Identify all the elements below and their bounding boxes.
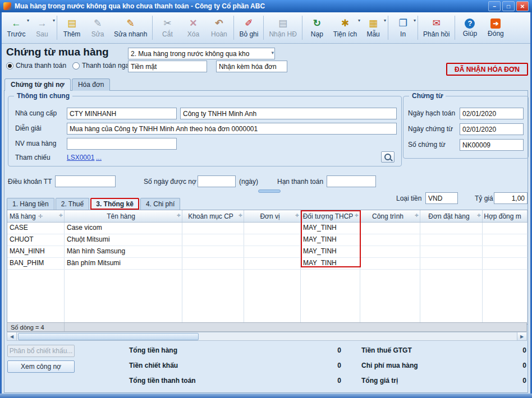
caret-down-icon[interactable] (384, 18, 386, 23)
grid-cell[interactable] (483, 223, 528, 234)
grid-cell[interactable] (244, 258, 301, 269)
grid-cell[interactable]: MAY_TINH (301, 234, 360, 246)
grid-cell[interactable] (244, 234, 301, 246)
tab-chi-phi[interactable]: 4. Chi phí (140, 198, 180, 210)
tab-hang-tien[interactable]: 1. Hàng tiền (7, 198, 54, 210)
invoice-receive-input[interactable] (216, 61, 287, 72)
close-button[interactable]: ✕ (516, 1, 529, 11)
grid-cell[interactable] (360, 258, 420, 269)
posting-date-input[interactable] (460, 108, 524, 119)
tab-thue[interactable]: 2. Thuế (56, 198, 89, 210)
grid-cell[interactable]: CASE (7, 223, 65, 234)
scrollbar-thumb[interactable] (18, 333, 199, 340)
caret-down-icon[interactable] (271, 50, 274, 55)
doc-date-input[interactable] (460, 123, 524, 135)
column-header-don-vi[interactable]: Đơn vị (244, 210, 301, 222)
grid-cell[interactable]: Bàn phím Mitsumi (65, 258, 182, 269)
grid-cell[interactable]: MAN_HINH (7, 246, 65, 257)
column-header-don-dat-hang[interactable]: Đơn đặt hàng (420, 210, 483, 222)
column-filter-icon[interactable] (239, 213, 242, 218)
grid-cell[interactable] (244, 223, 301, 234)
grid-cell[interactable] (182, 234, 244, 246)
toolbar-button-sua-nhanh[interactable]: Sửa nhanh (111, 13, 150, 42)
toolbar-button-sau[interactable]: Sau (29, 13, 55, 42)
toolbar-button-xoa[interactable]: Xóa (180, 13, 206, 42)
toolbar-button-hoan[interactable]: Hoàn (206, 13, 232, 42)
toolbar-button-mau[interactable]: Mẫu (360, 13, 386, 42)
grid-cell[interactable] (182, 246, 244, 257)
column-filter-icon[interactable] (295, 213, 299, 218)
grid-cell[interactable] (483, 234, 528, 246)
column-header-ten-hang[interactable]: Tên hàng (65, 210, 182, 222)
payment-method-combo[interactable] (128, 61, 207, 72)
splitter-handle[interactable] (258, 189, 281, 193)
horizontal-scrollbar[interactable]: ◀ ▶ (7, 332, 527, 341)
lookup-button[interactable] (381, 151, 395, 163)
table-row[interactable]: CASE Case vicom MAY_TINH (7, 223, 528, 234)
column-header-khoan-muc-cp[interactable]: Khoản mục CP (182, 210, 244, 222)
tab-chung-tu-ghi-no[interactable]: Chứng từ ghi nợ (4, 78, 71, 91)
allocate-discount-button[interactable]: Phân bổ chiết khấu... (7, 345, 75, 357)
grid-cell[interactable]: Chuột Mitsumi (65, 234, 182, 246)
doc-type-combo[interactable] (128, 48, 275, 59)
supplier-name-input[interactable] (180, 108, 397, 119)
doc-type-input[interactable] (128, 48, 275, 59)
grid-cell[interactable] (420, 234, 483, 246)
column-filter-icon[interactable] (177, 213, 181, 218)
column-header-doi-tuong-thcp[interactable]: Đối tượng THCP (301, 210, 360, 222)
scroll-left-button[interactable]: ◀ (7, 332, 17, 340)
caret-down-icon[interactable] (414, 18, 416, 23)
grid-cell[interactable] (360, 223, 420, 234)
reference-more-link[interactable]: ... (96, 154, 102, 161)
toolbar-button-nhan-hd[interactable]: Nhận HĐ (265, 13, 300, 42)
tab-hoa-don[interactable]: Hóa đơn (72, 78, 111, 91)
grid-cell[interactable] (483, 258, 528, 269)
debt-days-input[interactable] (198, 175, 236, 187)
column-header-ma-hang[interactable]: Mã hàng (7, 210, 65, 222)
grid-cell[interactable]: CHUOT (7, 234, 65, 246)
column-filter-icon[interactable] (415, 213, 419, 218)
grid-cell[interactable] (420, 258, 483, 269)
grid-cell[interactable]: BAN_PHIM (7, 258, 65, 269)
currency-input[interactable] (425, 192, 458, 204)
supplier-code-input[interactable] (67, 108, 177, 119)
grid-cell[interactable] (182, 223, 244, 234)
grid-cell[interactable]: MAY_TINH (301, 246, 360, 257)
toolbar-button-sua[interactable]: Sửa (85, 13, 111, 42)
pin-icon[interactable] (38, 213, 43, 219)
grid-cell[interactable] (182, 258, 244, 269)
rate-input[interactable] (494, 192, 528, 204)
column-filter-icon[interactable] (477, 213, 481, 218)
toolbar-button-cat[interactable]: Cắt (154, 13, 180, 42)
maximize-button[interactable]: □ (502, 1, 515, 11)
grid-cell[interactable] (420, 223, 483, 234)
doc-no-input[interactable] (460, 139, 524, 151)
grid-cell[interactable] (420, 246, 483, 257)
column-header-cong-trinh[interactable]: Công trình (360, 210, 420, 222)
table-row[interactable]: CHUOT Chuột Mitsumi MAY_TINH (7, 234, 528, 246)
column-filter-icon[interactable] (59, 213, 63, 218)
toolbar-button-them[interactable]: Thêm (59, 13, 85, 42)
scroll-right-button[interactable]: ▶ (517, 332, 526, 340)
terms-input[interactable] (55, 175, 116, 187)
radio-chua-thanh-toan[interactable]: Chưa thanh toán (6, 62, 66, 70)
caret-down-icon[interactable] (53, 18, 55, 23)
column-header-hop-dong[interactable]: Hợp đồng m (483, 210, 528, 222)
grid-cell[interactable] (360, 246, 420, 257)
table-row[interactable]: MAN_HINH Màn hình Samsung MAY_TINH (7, 246, 528, 258)
toolbar-button-truoc[interactable]: Trước (3, 13, 29, 42)
grid-cell[interactable]: MAY_TINH (301, 258, 360, 269)
toolbar-button-giup[interactable]: Giúp (457, 13, 483, 42)
radio-thanh-toan-ngay[interactable]: Thanh toán ngay (72, 62, 132, 70)
buyer-input[interactable] (67, 138, 177, 150)
grid-cell[interactable]: MAY_TINH (301, 223, 360, 234)
toolbar-button-nap[interactable]: Nạp (304, 13, 330, 42)
grid-cell[interactable]: Case vicom (65, 223, 182, 234)
grid-cell[interactable]: Màn hình Samsung (65, 246, 182, 257)
reference-link[interactable]: LSX0001 (67, 154, 94, 161)
toolbar-button-bo-ghi[interactable]: Bỏ ghi (236, 13, 262, 42)
due-date-input[interactable] (327, 175, 376, 187)
grid-cell[interactable] (360, 234, 420, 246)
toolbar-button-tien-ich[interactable]: Tiện ích (330, 13, 360, 42)
payment-method-input[interactable] (128, 61, 207, 72)
